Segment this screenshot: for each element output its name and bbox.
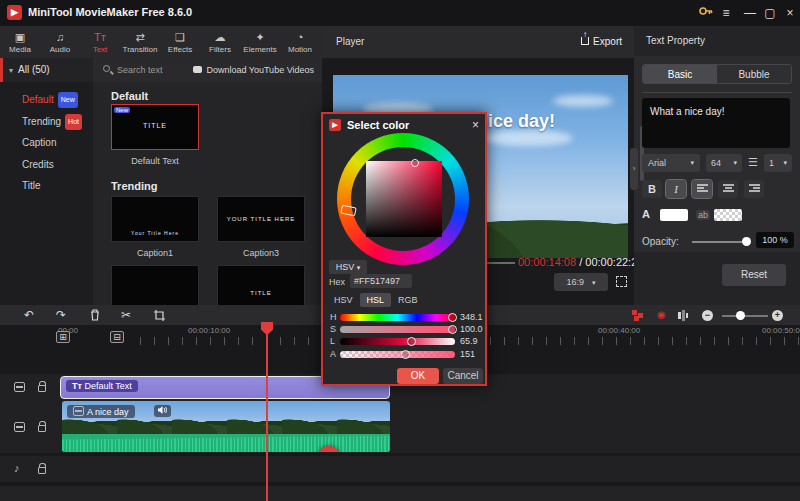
- text-property-panel: Text Property › Basic Bubble What a nice…: [634, 26, 800, 308]
- lock-icon[interactable]: [38, 385, 46, 392]
- playhead-line[interactable]: [266, 322, 268, 501]
- new-badge: New: [114, 107, 130, 113]
- category-default[interactable]: DefaultNew: [22, 92, 78, 106]
- collapse-panel-handle[interactable]: ›: [630, 148, 638, 190]
- fit-timeline-button[interactable]: ⊟: [110, 331, 124, 343]
- hue-slider[interactable]: [340, 314, 455, 321]
- hue-knob[interactable]: [448, 313, 457, 322]
- opacity-knob[interactable]: [742, 237, 751, 246]
- undo-button[interactable]: ↶: [24, 307, 34, 323]
- ok-button[interactable]: OK: [397, 368, 439, 384]
- text-icon: Tт: [94, 31, 106, 44]
- hex-input[interactable]: #FF517497: [350, 274, 412, 288]
- zoom-in-button[interactable]: +: [772, 310, 783, 321]
- film-track-icon: [14, 422, 25, 432]
- template-caption: Default Text: [111, 156, 199, 166]
- font-color-swatch[interactable]: [660, 209, 688, 221]
- export-button[interactable]: Export: [581, 36, 622, 47]
- font-family-select[interactable]: Arial▾: [642, 154, 700, 172]
- template-default-text[interactable]: New TITLE: [111, 104, 199, 150]
- tab-hsl[interactable]: HSL: [360, 293, 392, 307]
- add-track-button[interactable]: ⊞: [56, 331, 70, 343]
- template-caption3[interactable]: YOUR TITLE HERE: [217, 196, 305, 242]
- license-key-icon[interactable]: [696, 4, 716, 22]
- dialog-close-icon[interactable]: ×: [472, 118, 479, 132]
- template-caption5[interactable]: TITLE: [217, 265, 305, 308]
- tab-bubble[interactable]: Bubble: [717, 65, 791, 83]
- category-trending[interactable]: TrendingHot: [22, 114, 82, 128]
- tab-basic[interactable]: Basic: [643, 65, 717, 83]
- time-display: 00:00:14:08 / 00:00:22:22: [518, 256, 643, 268]
- font-size-select[interactable]: 64▾: [706, 154, 742, 172]
- download-youtube-link[interactable]: Download YouTube Videos: [193, 65, 314, 75]
- alpha-slider[interactable]: [340, 351, 455, 358]
- crop-button[interactable]: [154, 309, 165, 325]
- tab-hsv[interactable]: HSV: [327, 293, 360, 307]
- tab-effects[interactable]: ❏Effects: [160, 26, 200, 58]
- highlight-color-swatch[interactable]: [714, 209, 742, 221]
- caret-down-icon: ▾: [9, 66, 13, 75]
- split-button[interactable]: ✂: [121, 307, 131, 323]
- sv-cursor[interactable]: [411, 159, 419, 167]
- template-caption1[interactable]: Your Title Here: [111, 196, 199, 242]
- lock-icon[interactable]: [38, 425, 46, 432]
- timeline-zoom-knob[interactable]: [736, 311, 745, 320]
- video-clip-a-nice-day[interactable]: A nice day ✂: [62, 401, 390, 452]
- reset-button[interactable]: Reset: [722, 264, 786, 286]
- color-mode-select[interactable]: HSV ▾: [329, 260, 367, 274]
- timeline-bottom-strip: [0, 486, 800, 501]
- tab-audio[interactable]: ♫Audio: [40, 26, 80, 58]
- mixer-icon[interactable]: [678, 309, 688, 325]
- line-spacing-select[interactable]: 1▾: [764, 154, 792, 172]
- opacity-slider[interactable]: [692, 241, 748, 243]
- saturation-value-square[interactable]: [366, 161, 442, 237]
- alpha-value: 151: [460, 349, 475, 359]
- effects-icon: ❏: [175, 31, 185, 44]
- caret-down-icon: ▾: [357, 264, 361, 271]
- saturation-slider[interactable]: [340, 326, 455, 333]
- speaker-icon[interactable]: [154, 405, 171, 417]
- fullscreen-icon[interactable]: [616, 276, 627, 287]
- record-icon[interactable]: ◉: [657, 307, 666, 323]
- align-left-button[interactable]: [692, 180, 712, 198]
- close-button[interactable]: ×: [780, 4, 800, 22]
- aspect-ratio-select[interactable]: 16:9▾: [554, 273, 608, 291]
- tab-filters[interactable]: ☁Filters: [200, 26, 240, 58]
- cancel-button[interactable]: Cancel: [443, 368, 483, 384]
- timeline-zoom-slider[interactable]: [722, 315, 768, 317]
- track-manager-icon[interactable]: [632, 309, 643, 325]
- category-caption[interactable]: Caption: [22, 136, 56, 150]
- lock-icon[interactable]: [38, 467, 46, 474]
- search-bar[interactable]: Search text Download YouTube Videos: [93, 58, 322, 82]
- redo-button[interactable]: ↷: [56, 307, 66, 323]
- text-content-input[interactable]: What a nice day!: [642, 98, 790, 148]
- player-title: Player: [336, 36, 364, 47]
- align-center-button[interactable]: [718, 180, 738, 198]
- category-title[interactable]: Title: [22, 179, 41, 193]
- tab-motion[interactable]: ◔Motion: [280, 26, 320, 58]
- lightness-slider[interactable]: [340, 338, 455, 345]
- tab-elements[interactable]: ✦Elements: [240, 26, 280, 58]
- menu-icon[interactable]: ≡: [716, 4, 736, 22]
- search-input[interactable]: Search text: [117, 65, 163, 75]
- delete-button[interactable]: [90, 309, 100, 325]
- category-all[interactable]: ▾All (50): [0, 58, 93, 82]
- film-track-icon: [14, 382, 25, 392]
- zoom-out-button[interactable]: −: [702, 310, 713, 321]
- audio-track[interactable]: ♪: [0, 456, 800, 482]
- tab-transition[interactable]: ⇄Transition: [120, 26, 160, 58]
- saturation-knob[interactable]: [448, 325, 457, 334]
- italic-button[interactable]: I: [666, 180, 686, 198]
- minimize-button[interactable]: —: [740, 4, 760, 22]
- tab-text[interactable]: TтText: [80, 26, 120, 58]
- bold-button[interactable]: B: [642, 180, 662, 198]
- tab-media[interactable]: ▣Media: [0, 26, 40, 58]
- template-caption4[interactable]: [111, 265, 199, 308]
- ruler-label: 00:00:40:00: [598, 326, 640, 335]
- tab-rgb[interactable]: RGB: [391, 293, 425, 307]
- align-right-button[interactable]: [744, 180, 764, 198]
- category-credits[interactable]: Credits: [22, 158, 54, 172]
- maximize-button[interactable]: ▢: [760, 4, 780, 22]
- lightness-knob[interactable]: [407, 337, 416, 346]
- alpha-knob[interactable]: [401, 350, 410, 359]
